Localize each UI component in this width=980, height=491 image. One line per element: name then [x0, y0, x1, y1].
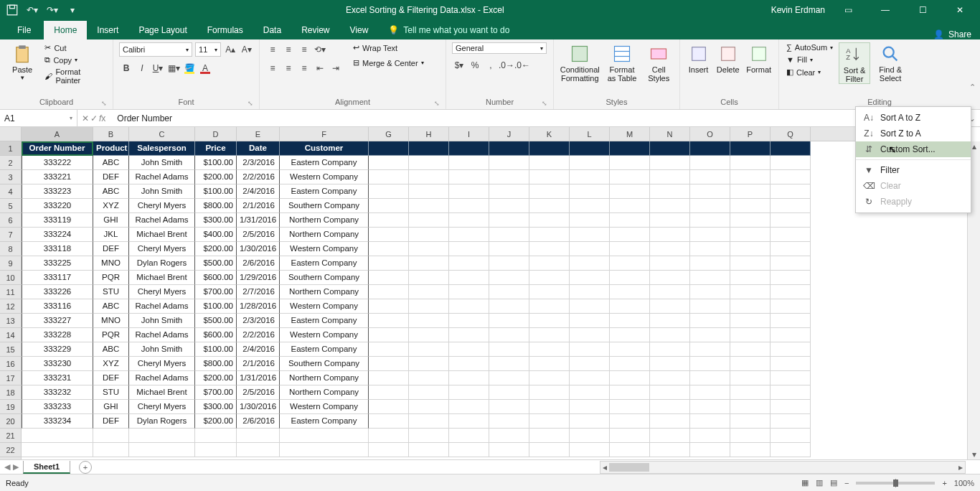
- dialog-launcher-icon[interactable]: ⤡: [248, 100, 253, 107]
- cell[interactable]: DEF: [93, 170, 129, 184]
- cell[interactable]: Rachel Adams: [129, 213, 195, 228]
- cell[interactable]: [771, 299, 811, 314]
- row-header[interactable]: 21: [0, 429, 21, 443]
- cell[interactable]: Eastern Company: [280, 256, 369, 271]
- align-left-icon[interactable]: ≡: [265, 61, 280, 75]
- cell[interactable]: $200.00: [195, 242, 237, 256]
- cell[interactable]: [650, 385, 690, 400]
- cell[interactable]: Cheryl Myers: [129, 199, 195, 213]
- cell[interactable]: [409, 328, 449, 342]
- cell[interactable]: [690, 314, 730, 328]
- cell[interactable]: [489, 213, 529, 228]
- cell[interactable]: [369, 314, 409, 328]
- cell[interactable]: [730, 328, 771, 342]
- sheet-tab-active[interactable]: Sheet1: [23, 461, 70, 474]
- cell[interactable]: Date: [237, 141, 280, 156]
- cell[interactable]: [237, 443, 280, 457]
- cell[interactable]: [570, 285, 610, 299]
- cell[interactable]: Cheryl Myers: [129, 400, 195, 414]
- cell[interactable]: [650, 199, 690, 213]
- cell[interactable]: [449, 271, 489, 285]
- cancel-formula-icon[interactable]: ✕: [82, 113, 89, 123]
- format-cells-button[interactable]: Format: [745, 42, 773, 74]
- cell[interactable]: [771, 328, 811, 342]
- cell[interactable]: [489, 170, 529, 184]
- cell[interactable]: [730, 400, 771, 414]
- redo-icon[interactable]: ↷▾: [46, 4, 59, 17]
- align-middle-icon[interactable]: ≡: [281, 42, 296, 57]
- cell[interactable]: [529, 285, 570, 299]
- cell[interactable]: $400.00: [195, 228, 237, 242]
- row-header[interactable]: 8: [0, 242, 21, 256]
- cell[interactable]: [730, 242, 771, 256]
- cell[interactable]: [570, 385, 610, 400]
- cell[interactable]: [449, 400, 489, 414]
- cell[interactable]: [529, 357, 570, 371]
- orientation-icon[interactable]: ⟲▾: [313, 42, 327, 57]
- cell[interactable]: $500.00: [195, 314, 237, 328]
- italic-button[interactable]: I: [135, 61, 149, 75]
- cell[interactable]: [730, 156, 771, 170]
- cell[interactable]: 333234: [22, 414, 93, 429]
- menu-sort-za[interactable]: Z↓Sort Z to A: [856, 126, 971, 141]
- font-name-combo[interactable]: Calibri▾: [119, 42, 192, 57]
- horizontal-scrollbar[interactable]: ◂ ▸: [600, 461, 966, 474]
- cell[interactable]: [610, 385, 650, 400]
- cell[interactable]: [449, 170, 489, 184]
- cell[interactable]: [369, 242, 409, 256]
- cell[interactable]: [529, 429, 570, 443]
- cell[interactable]: [650, 414, 690, 429]
- cell[interactable]: [369, 184, 409, 199]
- cell[interactable]: [610, 371, 650, 385]
- cell[interactable]: [529, 199, 570, 213]
- zoom-level[interactable]: 100%: [954, 479, 974, 487]
- cell[interactable]: Dylan Rogers: [129, 256, 195, 271]
- cell[interactable]: 2/7/2016: [237, 285, 280, 299]
- menu-filter[interactable]: ▼Filter: [856, 162, 971, 178]
- number-format-combo[interactable]: General▾: [452, 42, 547, 54]
- cell[interactable]: [529, 371, 570, 385]
- cell[interactable]: Western Company: [280, 328, 369, 342]
- cell[interactable]: [449, 429, 489, 443]
- collapse-ribbon-icon[interactable]: ⌃: [969, 83, 976, 92]
- cell[interactable]: $700.00: [195, 285, 237, 299]
- cell[interactable]: [570, 170, 610, 184]
- cell[interactable]: [730, 256, 771, 271]
- row-header[interactable]: 4: [0, 184, 21, 199]
- save-icon[interactable]: [6, 4, 19, 17]
- cell[interactable]: Rachel Adams: [129, 371, 195, 385]
- row-header[interactable]: 5: [0, 199, 21, 213]
- cell[interactable]: Eastern Company: [280, 414, 369, 429]
- menu-custom-sort[interactable]: ⇵Custom Sort...: [856, 141, 971, 157]
- merge-center-button[interactable]: ⊟Merge & Center▾: [352, 57, 425, 68]
- cell[interactable]: Western Company: [280, 170, 369, 184]
- scroll-thumb[interactable]: [609, 463, 649, 472]
- cell[interactable]: [449, 184, 489, 199]
- cell[interactable]: $200.00: [195, 170, 237, 184]
- clear-button[interactable]: ◧Clear▾: [785, 67, 834, 78]
- cell[interactable]: [489, 314, 529, 328]
- scroll-down-icon[interactable]: ▾: [968, 449, 980, 459]
- cell[interactable]: [237, 429, 280, 443]
- cell[interactable]: Northern Company: [280, 371, 369, 385]
- cell[interactable]: $100.00: [195, 184, 237, 199]
- cell[interactable]: [409, 400, 449, 414]
- row-header[interactable]: 6: [0, 213, 21, 228]
- zoom-out-icon[interactable]: −: [844, 479, 849, 487]
- cell[interactable]: [570, 328, 610, 342]
- cell[interactable]: [771, 141, 811, 156]
- cell[interactable]: [570, 414, 610, 429]
- cell[interactable]: [650, 285, 690, 299]
- col-header[interactable]: N: [650, 127, 690, 141]
- cell[interactable]: [489, 342, 529, 357]
- cell[interactable]: [449, 141, 489, 156]
- cell[interactable]: [409, 271, 449, 285]
- cell[interactable]: [129, 429, 195, 443]
- cell[interactable]: 333233: [22, 400, 93, 414]
- col-header[interactable]: G: [369, 127, 409, 141]
- cell[interactable]: [650, 213, 690, 228]
- cell[interactable]: [650, 443, 690, 457]
- cell[interactable]: [650, 242, 690, 256]
- cell[interactable]: 2/1/2016: [237, 357, 280, 371]
- cell[interactable]: $200.00: [195, 414, 237, 429]
